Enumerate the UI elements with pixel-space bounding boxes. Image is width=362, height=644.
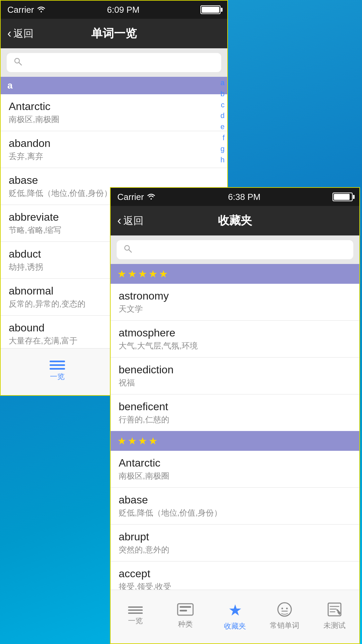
carrier-label-front: Carrier	[117, 192, 144, 202]
untested-icon-front	[327, 602, 342, 619]
alpha-letter[interactable]: d	[221, 111, 226, 121]
back-label-back: 返回	[13, 27, 34, 41]
svg-point-6	[150, 198, 152, 200]
alpha-letter[interactable]: c	[221, 100, 226, 110]
tab-list-label-back: 一览	[50, 372, 65, 382]
nav-bar-front: ‹ 返回 收藏夹	[111, 206, 359, 235]
tab-difficult-front[interactable]: 常销单词	[260, 590, 309, 643]
search-bar-front	[111, 235, 359, 264]
word-chinese: 大气,大气层,气氛,环境	[119, 340, 351, 351]
battery-back	[200, 5, 221, 15]
word-chinese: 祝福	[119, 377, 351, 388]
battery-front	[333, 192, 353, 202]
svg-rect-11	[180, 610, 187, 611]
word-item[interactable]: abase贬低,降低（地位,价值,身份）	[111, 488, 359, 525]
section-header-back: a	[1, 77, 227, 94]
search-input-back[interactable]	[25, 57, 215, 68]
alpha-letter[interactable]: g	[221, 144, 226, 154]
word-english: abase	[119, 494, 351, 506]
tab-list-label-front: 一览	[128, 616, 143, 626]
svg-point-0	[41, 11, 42, 12]
word-item[interactable]: atmosphere大气,大气层,气氛,环境	[111, 321, 359, 358]
tab-category-label-front: 种类	[178, 619, 193, 629]
word-item[interactable]: beneficent行善的,仁慈的	[111, 394, 359, 431]
svg-rect-10	[180, 606, 191, 608]
svg-point-15	[286, 607, 288, 609]
word-english: abandon	[9, 137, 219, 150]
status-bar-back: Carrier 6:09 PM	[1, 1, 227, 19]
word-item[interactable]: benediction祝福	[111, 358, 359, 394]
four-stars-icon: ★★★★	[117, 435, 159, 446]
time-front: 6:38 PM	[228, 192, 260, 202]
tab-untested-label-front: 未测试	[323, 621, 346, 631]
search-input-wrap-back[interactable]	[7, 53, 221, 72]
status-bar-front: Carrier 6:38 PM	[111, 188, 359, 206]
tab-list-back[interactable]: 一览	[1, 348, 114, 395]
word-english: Antarctic	[119, 457, 351, 469]
tab-list-front[interactable]: 一览	[111, 590, 160, 643]
word-english: benediction	[119, 364, 351, 376]
star-icon-front: ★	[228, 601, 242, 619]
window-front: Carrier 6:38 PM ‹ 返回 收藏夹	[110, 187, 360, 644]
wifi-icon-front	[146, 192, 156, 202]
word-english: atmosphere	[119, 327, 351, 339]
tab-bar-front: 一览 种类 ★ 收藏夹	[111, 590, 359, 643]
alpha-sidebar-back: abcdefgh	[221, 78, 226, 165]
time-back: 6:09 PM	[107, 5, 139, 15]
tab-untested-front[interactable]: 未测试	[310, 590, 359, 643]
word-english: beneficent	[119, 400, 351, 413]
word-item[interactable]: abandon丢弃,离弃	[1, 131, 227, 168]
back-label-front: 返回	[123, 214, 143, 228]
search-bar-back	[1, 48, 227, 77]
search-icon-front	[123, 244, 132, 255]
search-input-front[interactable]	[135, 245, 347, 255]
carrier-label-back: Carrier	[7, 5, 34, 15]
five-star-word-list: astronomy天文学atmosphere大气,大气层,气氛,环境benedi…	[111, 284, 359, 431]
word-chinese: 贬低,降低（地位,价值,身份）	[119, 507, 351, 518]
word-chinese: 突然的,意外的	[119, 544, 351, 555]
word-english: astronomy	[119, 290, 351, 302]
list-icon-front	[128, 606, 143, 614]
word-english: Antarctic	[9, 100, 219, 113]
word-item[interactable]: Antarctic南极区,南极圈	[1, 94, 227, 131]
four-star-word-list: Antarctic南极区,南极圈abase贬低,降低（地位,价值,身份）abru…	[111, 451, 359, 598]
nav-bar-back: ‹ 返回 单词一览	[1, 19, 227, 48]
tab-favorites-front[interactable]: ★ 收藏夹	[210, 590, 260, 643]
word-chinese: 天文学	[119, 304, 351, 314]
sad-icon-front	[277, 602, 292, 619]
word-item[interactable]: Antarctic南极区,南极圈	[111, 451, 359, 488]
word-chinese: 南极区,南极圈	[9, 114, 219, 125]
svg-line-8	[129, 250, 132, 253]
word-chinese: 丢弃,离弃	[9, 151, 219, 162]
svg-line-2	[19, 63, 22, 65]
carrier-back: Carrier	[7, 5, 46, 15]
word-chinese: 行善的,仁慈的	[119, 414, 351, 425]
alpha-letter[interactable]: f	[221, 133, 226, 143]
svg-rect-9	[178, 604, 193, 615]
search-input-wrap-front[interactable]	[117, 240, 353, 259]
five-stars-icon: ★★★★★	[117, 268, 169, 279]
word-english: accept	[119, 568, 351, 580]
alpha-letter[interactable]: e	[221, 122, 226, 132]
alpha-letter[interactable]: b	[221, 89, 226, 99]
alpha-letter[interactable]: a	[221, 78, 226, 88]
back-button-back[interactable]: ‹ 返回	[7, 27, 54, 41]
word-english: abrupt	[119, 531, 351, 543]
tab-difficult-label-front: 常销单词	[270, 621, 299, 631]
list-icon-back	[50, 361, 65, 370]
chevron-left-icon-front: ‹	[117, 215, 121, 227]
five-star-header: ★★★★★	[111, 264, 359, 284]
tab-category-front[interactable]: 种类	[160, 590, 210, 643]
four-star-header: ★★★★	[111, 431, 359, 451]
word-english: abase	[9, 174, 219, 186]
tab-favorites-label-front: 收藏夹	[224, 621, 246, 631]
wifi-icon-back	[37, 5, 46, 15]
nav-title-back: 单词一览	[54, 26, 174, 41]
word-item[interactable]: abrupt突然的,意外的	[111, 525, 359, 561]
search-icon-back	[13, 57, 22, 68]
svg-point-14	[282, 607, 283, 609]
back-button-front[interactable]: ‹ 返回	[117, 214, 164, 228]
alpha-letter[interactable]: h	[221, 155, 226, 165]
word-item[interactable]: astronomy天文学	[111, 284, 359, 321]
card-icon-front	[177, 603, 194, 617]
